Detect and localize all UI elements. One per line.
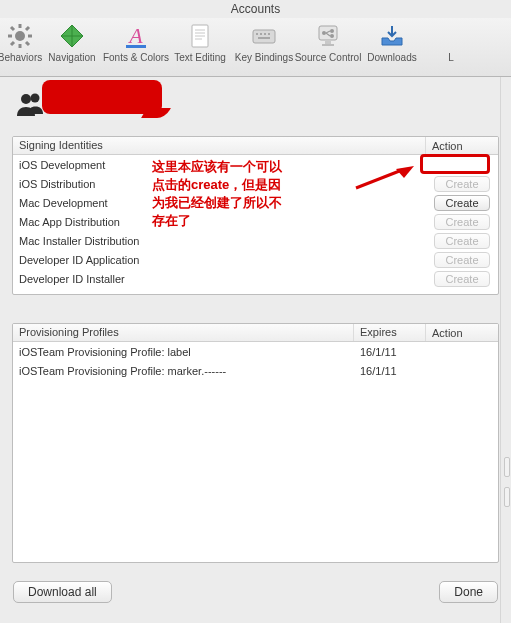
identity-row: Developer ID InstallerCreate (13, 269, 498, 288)
identity-action: Create (426, 252, 498, 268)
create-button-disabled: Create (434, 233, 490, 249)
annotation-arrow (354, 166, 414, 192)
provisioning-profiles-panel: Provisioning Profiles Expires Action iOS… (12, 323, 499, 563)
toolbar-item-label: Key Bindings (235, 52, 293, 63)
svg-rect-22 (319, 26, 337, 40)
scroll-nub[interactable] (504, 487, 510, 507)
blank-icon (435, 20, 467, 52)
identity-action: Create (426, 176, 498, 192)
page-icon (184, 20, 216, 52)
svg-point-29 (31, 94, 40, 103)
svg-rect-16 (253, 30, 275, 43)
identity-row: Developer ID ApplicationCreate (13, 250, 498, 269)
svg-point-28 (21, 94, 31, 104)
svg-point-25 (330, 34, 334, 38)
svg-line-5 (11, 27, 14, 30)
branch-icon (312, 20, 344, 52)
profile-expires: 16/1/11 (354, 346, 426, 358)
diamond-icon (56, 20, 88, 52)
toolbar-item-label: Fonts & Colors (103, 52, 169, 63)
create-button[interactable]: Create (434, 195, 490, 211)
col-header-expires[interactable]: Expires (354, 324, 426, 341)
identity-action: Create (426, 214, 498, 230)
profile-name: iOSTeam Provisioning Profile: marker.---… (13, 365, 354, 377)
profile-row[interactable]: iOSTeam Provisioning Profile: label16/1/… (13, 342, 498, 361)
identity-name: Developer ID Application (13, 254, 426, 266)
font-icon: A (120, 20, 152, 52)
toolbar-item-behaviors[interactable]: Behaviors (0, 20, 40, 63)
gear-icon (4, 20, 36, 52)
account-header-redacted (14, 86, 164, 122)
identity-row: Mac Installer DistributionCreate (13, 231, 498, 250)
col-header-name[interactable]: Provisioning Profiles (13, 324, 354, 341)
toolbar-item-label: Source Control (295, 52, 362, 63)
right-scroll-region (500, 77, 511, 623)
content-area: Signing Identities Action iOS Developmen… (12, 88, 499, 609)
download-all-button[interactable]: Download all (13, 581, 112, 603)
bottom-bar: Download all Done (11, 575, 500, 609)
toolbar-item-text-editing[interactable]: Text Editing (168, 20, 232, 63)
scroll-nub[interactable] (504, 457, 510, 477)
create-button-disabled: Create (434, 271, 490, 287)
redaction-mark (42, 80, 162, 114)
titlebar: Accounts (0, 0, 511, 18)
tray-icon (376, 20, 408, 52)
identity-name: Mac Installer Distribution (13, 235, 426, 247)
toolbar-item-downloads[interactable]: Downloads (360, 20, 424, 63)
toolbar-item-label: Behaviors (0, 52, 42, 63)
profiles-header: Provisioning Profiles Expires Action (13, 324, 498, 342)
svg-rect-18 (260, 33, 262, 35)
svg-point-24 (330, 29, 334, 33)
toolbar-item-key-bindings[interactable]: Key Bindings (232, 20, 296, 63)
col-header-action[interactable]: Action (426, 137, 498, 154)
svg-point-0 (15, 31, 25, 41)
toolbar: BehaviorsNavigationAFonts & ColorsText E… (0, 18, 511, 77)
profile-expires: 16/1/11 (354, 365, 426, 377)
svg-rect-17 (256, 33, 258, 35)
svg-line-8 (26, 27, 29, 30)
svg-rect-19 (264, 33, 266, 35)
annotation-text: 这里本应该有一个可以 点击的create，但是因 为我已经创建了所以不 存在了 (152, 158, 344, 230)
toolbar-item-source-control[interactable]: Source Control (296, 20, 360, 63)
svg-text:A: A (127, 23, 143, 48)
profile-row[interactable]: iOSTeam Provisioning Profile: marker.---… (13, 361, 498, 380)
toolbar-item-navigation[interactable]: Navigation (40, 20, 104, 63)
svg-rect-26 (325, 41, 331, 44)
svg-line-6 (26, 42, 29, 45)
toolbar-item-label: Text Editing (174, 52, 226, 63)
profile-name: iOSTeam Provisioning Profile: label (13, 346, 354, 358)
col-header-name[interactable]: Signing Identities (13, 137, 426, 154)
svg-rect-21 (258, 37, 270, 39)
identity-name: Developer ID Installer (13, 273, 426, 285)
toolbar-item-fonts-colors[interactable]: AFonts & Colors (104, 20, 168, 63)
create-button-disabled: Create (434, 214, 490, 230)
svg-rect-27 (322, 44, 334, 46)
svg-point-23 (322, 31, 326, 35)
toolbar-item-label: Downloads (367, 52, 416, 63)
identity-action: Create (426, 195, 498, 211)
toolbar-item-label: L (448, 52, 454, 63)
keyboard-icon (248, 20, 280, 52)
create-button-disabled: Create (434, 252, 490, 268)
svg-rect-10 (126, 45, 146, 48)
identity-action: Create (426, 233, 498, 249)
create-button-disabled: Create (434, 176, 490, 192)
toolbar-item-label: Navigation (48, 52, 95, 63)
svg-line-7 (11, 42, 14, 45)
col-header-action[interactable]: Action (426, 324, 498, 341)
identity-action: Create (426, 271, 498, 287)
identities-header: Signing Identities Action (13, 137, 498, 155)
done-button[interactable]: Done (439, 581, 498, 603)
toolbar-item-l[interactable]: L (424, 20, 478, 63)
annotation-focus-box (420, 154, 490, 174)
svg-rect-20 (268, 33, 270, 35)
